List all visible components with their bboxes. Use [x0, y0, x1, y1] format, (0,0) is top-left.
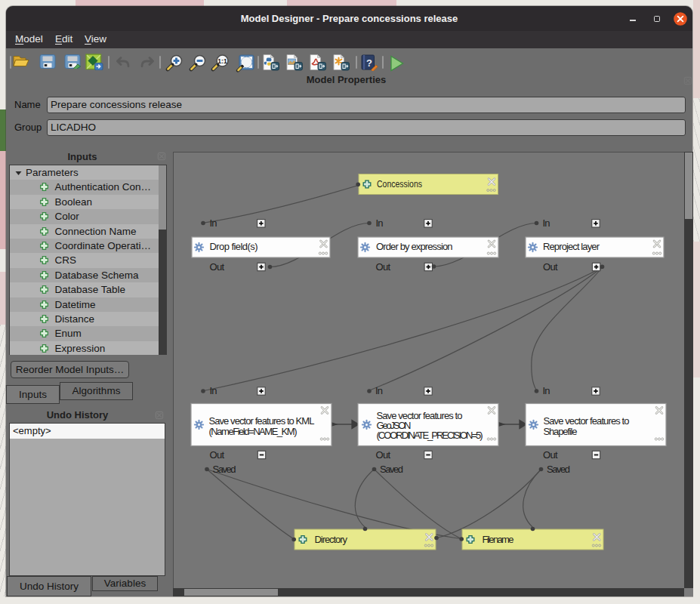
svg-text:Saved: Saved [213, 464, 236, 475]
svg-text:In: In [543, 385, 550, 396]
svg-text:In: In [543, 217, 550, 229]
svg-text:Out: Out [376, 449, 391, 461]
svg-text:Reproject layer: Reproject layer [543, 241, 600, 252]
svg-text:Shapefile: Shapefile [544, 426, 578, 437]
svg-text:Out: Out [543, 449, 558, 461]
svg-text:?: ? [366, 57, 372, 68]
svg-text:(NameField=NAME_KM): (NameField=NAME_KM) [209, 426, 298, 437]
svg-text:Directory: Directory [315, 534, 348, 545]
svg-text:In: In [210, 385, 217, 396]
svg-text:Out: Out [210, 261, 225, 273]
svg-text:Out: Out [543, 261, 558, 273]
svg-text:In: In [376, 217, 384, 229]
svg-text:Order by expression: Order by expression [376, 241, 453, 252]
svg-text:Drop field(s): Drop field(s) [210, 241, 258, 252]
svg-text:(COORDINATE_PRECISION=5): (COORDINATE_PRECISION=5) [377, 430, 483, 441]
svg-text:In: In [375, 385, 383, 396]
svg-text:Saved: Saved [380, 464, 403, 475]
svg-text:Out: Out [210, 449, 225, 461]
svg-text:Saved: Saved [547, 464, 570, 475]
svg-text:In: In [210, 217, 217, 229]
svg-text:Filename: Filename [483, 534, 514, 545]
svg-text:1:1: 1:1 [217, 57, 227, 64]
svg-text:Out: Out [376, 261, 391, 273]
svg-text:Concessions: Concessions [377, 178, 422, 190]
